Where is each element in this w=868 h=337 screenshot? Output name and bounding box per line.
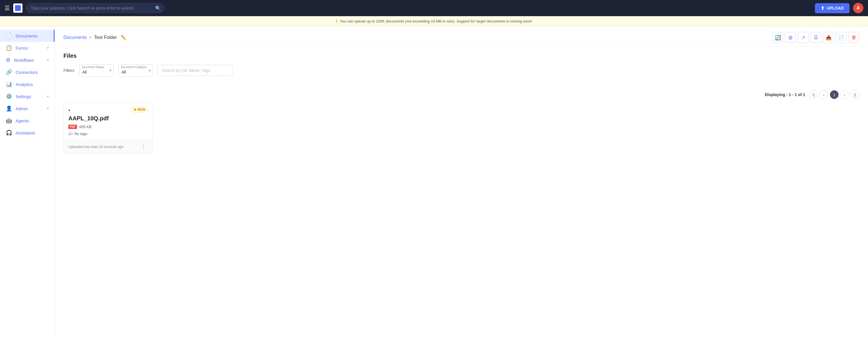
tags-label: No tags: [74, 131, 87, 136]
files-section: Files Filters Document Status All New Pr…: [55, 47, 868, 88]
file-badge-new: NEW: [131, 107, 149, 113]
breadcrumb-parent-link[interactable]: Documents: [63, 35, 87, 40]
sidebar-label-forms: Forms: [16, 45, 28, 51]
delete-button[interactable]: 🗑: [848, 32, 859, 43]
new-document-button[interactable]: 📄: [836, 32, 847, 43]
settings-icon: ⚙️: [6, 93, 12, 99]
sidebar-label-settings: Settings: [16, 94, 31, 99]
forms-chevron-icon: ▾: [47, 46, 49, 50]
settings-chevron-icon: ▾: [47, 94, 49, 98]
sidebar-label-agents: Agents: [16, 118, 29, 123]
sidebar-item-connectors[interactable]: 🔗 Connectors: [0, 66, 55, 78]
content-toolbar: 🔄 ⊞ ↗ ☰ 📤 📄 🗑: [772, 32, 859, 43]
breadcrumb-current-folder: Test Folder: [94, 35, 117, 40]
breadcrumb: Documents > Test Folder ✏️: [63, 35, 127, 40]
filters-row: Filters Document Status All New Processe…: [63, 64, 859, 76]
admin-chevron-icon: ▾: [47, 106, 49, 111]
sidebar-label-analytics: Analytics: [16, 82, 33, 87]
breadcrumb-separator: >: [89, 35, 92, 40]
app-logo: [13, 3, 23, 13]
sidebar: 📄 Documents 📋 Forms ▾ ⚙ Workflows ▾ 🔗 Co…: [0, 26, 55, 337]
sidebar-item-workflows[interactable]: ⚙ Workflows ▾: [0, 54, 55, 66]
next-page-button[interactable]: ›: [840, 90, 849, 99]
hamburger-menu[interactable]: ☰: [5, 5, 10, 11]
prev-page-button[interactable]: ‹: [819, 90, 828, 99]
upload-icon: ⬆: [821, 5, 825, 11]
sidebar-item-settings[interactable]: ⚙️ Settings ▾: [0, 90, 55, 102]
sidebar-label-documents: Documents: [16, 33, 37, 38]
admin-icon: 👤: [6, 105, 12, 112]
tag-icon: 🏷: [68, 131, 73, 136]
search-icon: 🔍: [155, 5, 161, 11]
badge-label: NEW: [137, 108, 145, 112]
file-search-input[interactable]: [157, 65, 232, 76]
sidebar-label-assistants: Assistants: [16, 130, 35, 135]
file-size: 655 KB: [79, 125, 92, 129]
document-category-filter: Document Category All Invoice Contract R…: [118, 64, 153, 76]
first-page-button[interactable]: ⟨|: [809, 90, 818, 99]
pdf-badge: PDF: [68, 125, 77, 129]
sidebar-item-assistants[interactable]: 🎧 Assistants: [0, 127, 55, 139]
sidebar-label-admin: Admin: [16, 106, 28, 111]
analytics-icon: 📊: [6, 81, 12, 87]
file-card-body: NEW ▪ AAPL_10Q.pdf PDF 655 KB 🏷 No tags: [64, 103, 153, 140]
workflows-chevron-icon: ▾: [47, 58, 49, 62]
file-card-footer: Uploaded less than 10 seconds ago ⋮: [64, 140, 153, 154]
documents-icon: 📄: [6, 33, 12, 39]
edit-folder-name-icon[interactable]: ✏️: [121, 35, 127, 40]
table-settings-icon: ☰: [814, 35, 818, 41]
page-1-button[interactable]: 1: [830, 90, 839, 99]
user-avatar[interactable]: A: [853, 3, 863, 13]
upload-button[interactable]: ⬆ UPLOAD: [815, 3, 849, 13]
forms-icon: 📋: [6, 45, 12, 51]
sidebar-item-agents[interactable]: 🤖 Agents: [0, 115, 55, 127]
document-category-select[interactable]: All Invoice Contract Report: [118, 64, 153, 76]
file-card: NEW ▪ AAPL_10Q.pdf PDF 655 KB 🏷 No tags …: [63, 102, 153, 154]
grid-view-icon: ⊞: [788, 35, 793, 41]
search-input[interactable]: [26, 3, 164, 13]
filters-label: Filters: [63, 68, 74, 73]
global-search: 🔍: [26, 3, 164, 13]
sidebar-item-forms[interactable]: 📋 Forms ▾: [0, 42, 55, 54]
share-button[interactable]: ↗: [798, 32, 809, 43]
content-header: Documents > Test Folder ✏️ 🔄 ⊞ ↗ ☰: [55, 26, 868, 47]
upload-folder-button[interactable]: 📤: [823, 32, 834, 43]
document-status-filter: Document Status All New Processed Failed…: [79, 64, 114, 76]
permissions-button[interactable]: 🔄: [772, 32, 783, 43]
sidebar-item-admin[interactable]: 👤 Admin ▾: [0, 102, 55, 115]
connectors-icon: 🔗: [6, 69, 12, 75]
pagination-row: Displaying : 1 - 1 of 1 ⟨| ‹ 1 › |⟩: [55, 88, 868, 102]
permissions-icon: 🔄: [775, 35, 781, 41]
agents-icon: 🤖: [6, 117, 12, 124]
sidebar-item-analytics[interactable]: 📊 Analytics: [0, 78, 55, 90]
file-tags: 🏷 No tags: [68, 131, 148, 136]
badge-dot: [134, 109, 136, 111]
main-content: Documents > Test Folder ✏️ 🔄 ⊞ ↗ ☰: [55, 26, 868, 337]
sidebar-label-connectors: Connectors: [16, 70, 38, 75]
info-banner: ℹ You can upload up to 100K documents (n…: [0, 16, 868, 26]
file-name[interactable]: AAPL_10Q.pdf: [68, 115, 148, 122]
grid-view-button[interactable]: ⊞: [785, 32, 796, 43]
delete-icon: 🗑: [851, 35, 857, 40]
upload-folder-icon: 📤: [826, 35, 832, 41]
share-icon: ↗: [801, 35, 805, 41]
info-banner-text: You can upload up to 100K documents (not…: [340, 19, 532, 23]
app-layout: 📄 Documents 📋 Forms ▾ ⚙ Workflows ▾ 🔗 Co…: [0, 26, 868, 337]
file-menu-button[interactable]: ⋮: [139, 143, 148, 151]
sidebar-item-documents[interactable]: 📄 Documents: [0, 30, 55, 42]
pagination-info: Displaying : 1 - 1 of 1: [765, 92, 805, 97]
info-icon: ℹ: [336, 19, 337, 24]
sidebar-label-workflows: Workflows: [14, 58, 34, 63]
file-upload-time: Uploaded less than 10 seconds ago: [68, 145, 123, 149]
document-status-select[interactable]: All New Processed Failed: [79, 64, 114, 76]
files-grid: NEW ▪ AAPL_10Q.pdf PDF 655 KB 🏷 No tags …: [55, 102, 868, 163]
last-page-button[interactable]: |⟩: [851, 90, 859, 99]
file-meta: PDF 655 KB: [68, 125, 148, 129]
workflows-icon: ⚙: [6, 57, 10, 63]
assistants-icon: 🎧: [6, 129, 12, 136]
top-navigation: ☰ 🔍 ⬆ UPLOAD A: [0, 0, 868, 16]
new-document-icon: 📄: [838, 35, 844, 41]
table-settings-button[interactable]: ☰: [810, 32, 821, 43]
files-title: Files: [63, 53, 859, 59]
